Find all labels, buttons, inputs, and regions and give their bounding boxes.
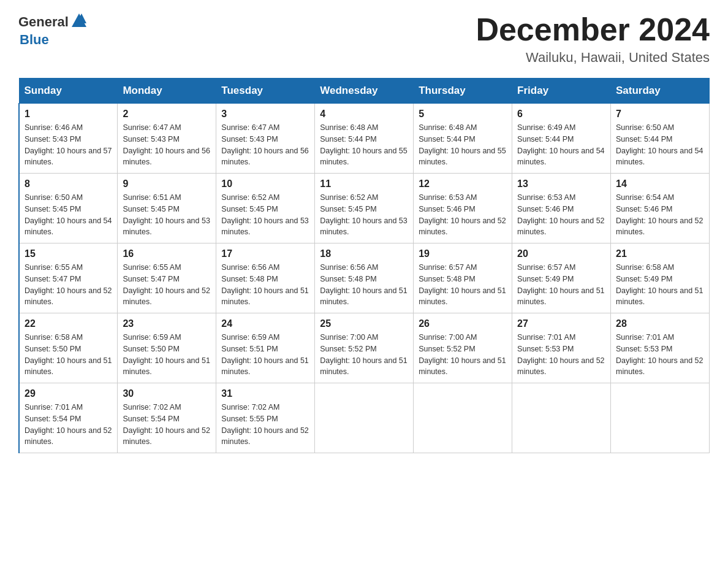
calendar-cell: 26 Sunrise: 7:00 AMSunset: 5:52 PMDaylig… — [414, 313, 512, 383]
calendar-cell — [315, 383, 414, 453]
title-section: December 2024 Wailuku, Hawaii, United St… — [476, 12, 710, 66]
page-header: General Blue December 2024 Wailuku, Hawa… — [18, 12, 710, 66]
calendar-week-row: 29 Sunrise: 7:01 AMSunset: 5:54 PMDaylig… — [19, 383, 710, 453]
calendar-cell: 19 Sunrise: 6:57 AMSunset: 5:48 PMDaylig… — [414, 243, 512, 313]
calendar-cell: 12 Sunrise: 6:53 AMSunset: 5:46 PMDaylig… — [414, 174, 512, 243]
day-info: Sunrise: 6:49 AMSunset: 5:44 PMDaylight:… — [517, 123, 604, 166]
day-info: Sunrise: 6:58 AMSunset: 5:50 PMDaylight:… — [25, 333, 112, 376]
day-info: Sunrise: 6:57 AMSunset: 5:49 PMDaylight:… — [517, 263, 604, 306]
day-number: 14 — [616, 178, 704, 190]
logo-general-text: General — [18, 14, 69, 30]
day-info: Sunrise: 6:52 AMSunset: 5:45 PMDaylight:… — [221, 193, 308, 236]
day-info: Sunrise: 6:47 AMSunset: 5:43 PMDaylight:… — [221, 123, 308, 166]
calendar-cell: 31 Sunrise: 7:02 AMSunset: 5:55 PMDaylig… — [216, 383, 315, 453]
day-number: 16 — [123, 248, 211, 259]
header-sunday: Sunday — [19, 79, 118, 104]
calendar-cell: 2 Sunrise: 6:47 AMSunset: 5:43 PMDayligh… — [118, 104, 216, 174]
day-number: 11 — [320, 178, 408, 190]
day-number: 27 — [517, 318, 605, 329]
day-info: Sunrise: 7:01 AMSunset: 5:53 PMDaylight:… — [517, 333, 604, 376]
calendar-cell: 4 Sunrise: 6:48 AMSunset: 5:44 PMDayligh… — [315, 104, 414, 174]
calendar-cell: 3 Sunrise: 6:47 AMSunset: 5:43 PMDayligh… — [216, 104, 315, 174]
calendar-cell: 5 Sunrise: 6:48 AMSunset: 5:44 PMDayligh… — [414, 104, 512, 174]
logo-icon — [70, 12, 88, 29]
calendar-cell: 6 Sunrise: 6:49 AMSunset: 5:44 PMDayligh… — [512, 104, 611, 174]
header-saturday: Saturday — [611, 79, 710, 104]
calendar-week-row: 8 Sunrise: 6:50 AMSunset: 5:45 PMDayligh… — [19, 174, 710, 243]
calendar-week-row: 15 Sunrise: 6:55 AMSunset: 5:47 PMDaylig… — [19, 243, 710, 313]
day-number: 28 — [616, 318, 704, 329]
calendar-cell: 24 Sunrise: 6:59 AMSunset: 5:51 PMDaylig… — [216, 313, 315, 383]
day-number: 9 — [123, 178, 211, 190]
day-info: Sunrise: 6:48 AMSunset: 5:44 PMDaylight:… — [419, 123, 506, 166]
day-info: Sunrise: 6:56 AMSunset: 5:48 PMDaylight:… — [221, 263, 308, 306]
day-info: Sunrise: 6:58 AMSunset: 5:49 PMDaylight:… — [616, 263, 703, 306]
calendar-cell: 10 Sunrise: 6:52 AMSunset: 5:45 PMDaylig… — [216, 174, 315, 243]
calendar-cell: 16 Sunrise: 6:55 AMSunset: 5:47 PMDaylig… — [118, 243, 216, 313]
calendar-table: SundayMondayTuesdayWednesdayThursdayFrid… — [18, 78, 710, 453]
day-number: 12 — [419, 178, 507, 190]
day-info: Sunrise: 6:52 AMSunset: 5:45 PMDaylight:… — [320, 193, 407, 236]
header-wednesday: Wednesday — [315, 79, 414, 104]
day-number: 5 — [419, 109, 507, 120]
calendar-cell: 13 Sunrise: 6:53 AMSunset: 5:46 PMDaylig… — [512, 174, 611, 243]
day-number: 18 — [320, 248, 408, 259]
calendar-cell: 22 Sunrise: 6:58 AMSunset: 5:50 PMDaylig… — [19, 313, 118, 383]
calendar-cell: 29 Sunrise: 7:01 AMSunset: 5:54 PMDaylig… — [19, 383, 118, 453]
day-number: 31 — [221, 388, 309, 399]
day-info: Sunrise: 6:57 AMSunset: 5:48 PMDaylight:… — [419, 263, 506, 306]
day-info: Sunrise: 6:51 AMSunset: 5:45 PMDaylight:… — [123, 193, 210, 236]
logo: General Blue — [18, 12, 88, 48]
day-info: Sunrise: 6:54 AMSunset: 5:46 PMDaylight:… — [616, 193, 703, 236]
day-info: Sunrise: 6:59 AMSunset: 5:51 PMDaylight:… — [221, 333, 308, 376]
day-info: Sunrise: 6:48 AMSunset: 5:44 PMDaylight:… — [320, 123, 407, 166]
day-number: 13 — [517, 178, 605, 190]
day-number: 3 — [221, 109, 309, 120]
month-title: December 2024 — [476, 12, 710, 47]
day-number: 25 — [320, 318, 408, 329]
day-number: 26 — [419, 318, 507, 329]
calendar-cell: 8 Sunrise: 6:50 AMSunset: 5:45 PMDayligh… — [19, 174, 118, 243]
calendar-cell: 11 Sunrise: 6:52 AMSunset: 5:45 PMDaylig… — [315, 174, 414, 243]
calendar-week-row: 1 Sunrise: 6:46 AMSunset: 5:43 PMDayligh… — [19, 104, 710, 174]
day-number: 6 — [517, 109, 605, 120]
day-number: 20 — [517, 248, 605, 259]
day-info: Sunrise: 6:55 AMSunset: 5:47 PMDaylight:… — [123, 263, 210, 306]
calendar-cell: 17 Sunrise: 6:56 AMSunset: 5:48 PMDaylig… — [216, 243, 315, 313]
day-number: 7 — [616, 109, 704, 120]
logo-blue-text: Blue — [20, 32, 49, 47]
day-info: Sunrise: 7:02 AMSunset: 5:54 PMDaylight:… — [123, 403, 210, 446]
day-number: 10 — [221, 178, 309, 190]
day-info: Sunrise: 6:46 AMSunset: 5:43 PMDaylight:… — [25, 123, 112, 166]
calendar-cell: 1 Sunrise: 6:46 AMSunset: 5:43 PMDayligh… — [19, 104, 118, 174]
calendar-cell: 27 Sunrise: 7:01 AMSunset: 5:53 PMDaylig… — [512, 313, 611, 383]
header-thursday: Thursday — [414, 79, 512, 104]
day-info: Sunrise: 7:02 AMSunset: 5:55 PMDaylight:… — [221, 403, 308, 446]
day-number: 17 — [221, 248, 309, 259]
day-number: 15 — [25, 248, 112, 259]
day-info: Sunrise: 6:55 AMSunset: 5:47 PMDaylight:… — [25, 263, 112, 306]
calendar-cell — [512, 383, 611, 453]
header-friday: Friday — [512, 79, 611, 104]
day-info: Sunrise: 6:53 AMSunset: 5:46 PMDaylight:… — [517, 193, 604, 236]
day-info: Sunrise: 6:56 AMSunset: 5:48 PMDaylight:… — [320, 263, 407, 306]
day-number: 22 — [25, 318, 112, 329]
day-info: Sunrise: 7:00 AMSunset: 5:52 PMDaylight:… — [419, 333, 506, 376]
calendar-cell: 21 Sunrise: 6:58 AMSunset: 5:49 PMDaylig… — [611, 243, 710, 313]
day-info: Sunrise: 7:01 AMSunset: 5:53 PMDaylight:… — [616, 333, 703, 376]
day-info: Sunrise: 6:47 AMSunset: 5:43 PMDaylight:… — [123, 123, 210, 166]
day-info: Sunrise: 6:59 AMSunset: 5:50 PMDaylight:… — [123, 333, 210, 376]
day-info: Sunrise: 6:50 AMSunset: 5:45 PMDaylight:… — [25, 193, 112, 236]
calendar-cell: 25 Sunrise: 7:00 AMSunset: 5:52 PMDaylig… — [315, 313, 414, 383]
calendar-cell — [414, 383, 512, 453]
day-info: Sunrise: 6:53 AMSunset: 5:46 PMDaylight:… — [419, 193, 506, 236]
day-number: 1 — [25, 109, 112, 120]
calendar-cell: 18 Sunrise: 6:56 AMSunset: 5:48 PMDaylig… — [315, 243, 414, 313]
calendar-cell: 9 Sunrise: 6:51 AMSunset: 5:45 PMDayligh… — [118, 174, 216, 243]
day-number: 23 — [123, 318, 211, 329]
header-monday: Monday — [118, 79, 216, 104]
header-tuesday: Tuesday — [216, 79, 315, 104]
calendar-cell: 15 Sunrise: 6:55 AMSunset: 5:47 PMDaylig… — [19, 243, 118, 313]
day-info: Sunrise: 7:00 AMSunset: 5:52 PMDaylight:… — [320, 333, 407, 376]
day-info: Sunrise: 7:01 AMSunset: 5:54 PMDaylight:… — [25, 403, 112, 446]
